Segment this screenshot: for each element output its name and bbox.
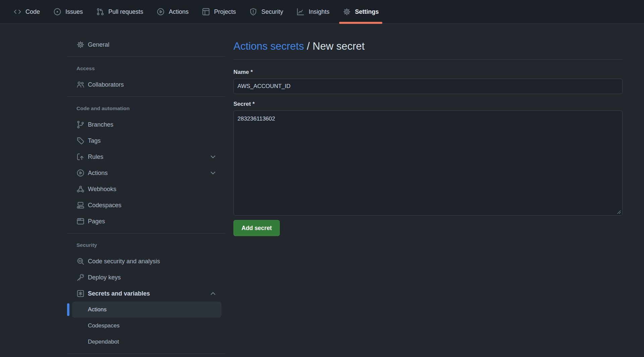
sidebar-item-deploy-keys[interactable]: Deploy keys [72, 269, 221, 285]
sidebar-section-code-and-automation: Code and automation [72, 100, 221, 117]
chevron-down-icon [209, 169, 217, 177]
secret-name-input[interactable] [233, 79, 623, 94]
sidebar-item-label: Webhooks [88, 186, 217, 193]
secret-field-label: Secret * [233, 101, 623, 107]
play-icon [76, 169, 85, 177]
sidebar-item-label: Codespaces [88, 322, 217, 329]
sidebar-item-webhooks[interactable]: Webhooks [72, 181, 221, 197]
sidebar-item-label: Deploy keys [88, 274, 217, 281]
sidebar-item-label: Tags [88, 137, 217, 144]
sidebar-item-label: General [88, 41, 217, 48]
sidebar-item-label: Codespaces [88, 202, 217, 209]
table-icon [202, 8, 210, 16]
tab-label: Issues [65, 8, 83, 15]
tab-projects[interactable]: Projects [197, 0, 240, 24]
tab-pull-requests[interactable]: Pull requests [92, 0, 148, 24]
shield-icon [249, 8, 257, 16]
people-icon [76, 81, 85, 89]
sidebar-section-security: Security [72, 237, 221, 253]
sidebar-item-tags[interactable]: Tags [72, 133, 221, 149]
github-repo-settings-page: Code Issues Pull requests Actions Projec… [0, 0, 644, 357]
required-marker: * [251, 69, 253, 75]
breadcrumb-separator: / [307, 40, 310, 52]
rules-icon [76, 153, 85, 161]
tab-label: Insights [309, 8, 329, 15]
sidebar-item-label: Branches [88, 121, 217, 128]
webhook-icon [76, 185, 85, 193]
settings-sidebar: General Access Collaborators Code and au… [67, 24, 225, 357]
tag-icon [76, 137, 85, 145]
add-secret-button[interactable]: Add secret [233, 220, 280, 236]
secret-value-wrapper: 283236113602 [233, 110, 623, 216]
tab-label: Actions [169, 8, 189, 15]
key-icon [76, 273, 85, 281]
gear-icon [76, 41, 85, 49]
tab-security[interactable]: Security [245, 0, 288, 24]
repo-tab-bar: Code Issues Pull requests Actions Projec… [0, 0, 644, 24]
tab-label: Pull requests [108, 8, 143, 15]
sidebar-divider [67, 233, 225, 233]
sidebar-item-general[interactable]: General [72, 37, 221, 53]
tab-issues[interactable]: Issues [49, 0, 88, 24]
tab-label: Projects [214, 8, 236, 15]
tab-actions[interactable]: Actions [152, 0, 193, 24]
required-marker: * [253, 101, 255, 107]
tab-label: Code [25, 8, 40, 15]
tab-label: Security [261, 8, 283, 15]
issue-opened-icon [53, 8, 61, 16]
sidebar-item-label: Collaborators [88, 81, 217, 88]
sidebar-divider [67, 96, 225, 97]
code-icon [13, 8, 21, 16]
sidebar-item-pages[interactable]: Pages [72, 213, 221, 229]
chevron-up-icon [209, 289, 217, 298]
sidebar-item-label: Rules [88, 153, 209, 161]
sidebar-item-label: Actions [88, 306, 217, 313]
sidebar-section-access: Access [72, 60, 221, 77]
sidebar-item-code-security-and-analysis[interactable]: Code security and analysis [72, 253, 221, 269]
play-icon [157, 8, 165, 16]
sidebar-item-codespaces[interactable]: Codespaces [72, 197, 221, 213]
tab-label: Settings [355, 8, 379, 15]
sidebar-item-collaborators[interactable]: Collaborators [72, 77, 221, 93]
tab-code[interactable]: Code [9, 0, 45, 24]
graph-icon [297, 8, 305, 16]
codescan-icon [76, 257, 85, 265]
name-field-label: Name * [233, 69, 623, 76]
sidebar-subitem-codespaces-secrets[interactable]: Codespaces [72, 318, 221, 334]
new-secret-form: Actions secrets / New secret Name * Secr… [233, 24, 623, 236]
sidebar-item-actions[interactable]: Actions [72, 165, 221, 181]
tab-insights[interactable]: Insights [292, 0, 334, 24]
tab-settings[interactable]: Settings [338, 0, 383, 24]
sidebar-divider [67, 354, 225, 354]
sidebar-item-label: Actions [88, 170, 209, 177]
sidebar-subitem-actions-secrets[interactable]: Actions [72, 302, 221, 318]
browser-icon [76, 217, 85, 225]
sidebar-item-label: Secrets and variables [88, 290, 209, 297]
sidebar-item-rules[interactable]: Rules [72, 149, 221, 165]
sidebar-item-branches[interactable]: Branches [72, 117, 221, 133]
sidebar-item-label: Dependabot [88, 339, 217, 345]
selected-accent-bar [67, 303, 69, 316]
sidebar-item-label: Code security and analysis [88, 258, 217, 265]
sidebar-item-secrets-and-variables[interactable]: Secrets and variables [72, 285, 221, 302]
page-title: Actions secrets / New secret [233, 40, 623, 60]
textarea-resize-handle[interactable] [616, 210, 621, 214]
actions-secrets-breadcrumb-link[interactable]: Actions secrets [233, 40, 304, 52]
gear-icon [343, 8, 351, 16]
git-branch-icon [76, 121, 85, 129]
breadcrumb-current: New secret [313, 40, 365, 52]
secret-asterisk-icon [76, 289, 85, 298]
sidebar-item-label: Pages [88, 218, 217, 225]
sidebar-divider [67, 56, 225, 57]
sidebar-subitem-dependabot-secrets[interactable]: Dependabot [72, 334, 221, 350]
codespaces-icon [76, 201, 85, 209]
secret-value-textarea[interactable]: 283236113602 [233, 110, 623, 216]
git-pull-request-icon [96, 8, 104, 16]
chevron-down-icon [209, 153, 217, 161]
